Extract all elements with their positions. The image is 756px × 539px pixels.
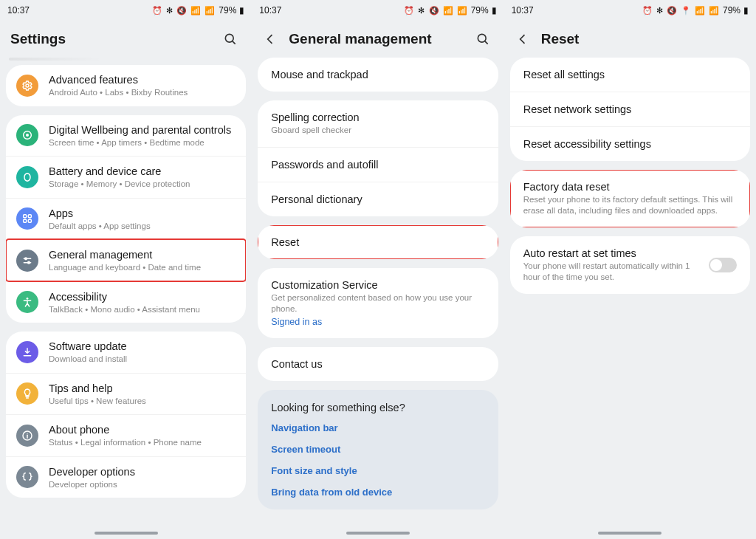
settings-row-apps[interactable]: AppsDefault apps • App settings [6,198,246,240]
status-bar: 10:37 ⏰ ✻ 🔇 📍 📶 📶 79% ▮ [504,0,756,21]
gm-row-mouse-and-trackpad[interactable]: Mouse and trackpad [258,58,498,92]
status-time: 10:37 [512,5,534,16]
status-time: 10:37 [7,5,30,16]
row-title: Reset all settings [523,69,737,80]
status-right: ⏰ ✻ 🔇 📶 📶 79% ▮ [404,5,496,16]
chevron-left-icon [515,32,530,47]
row-title: Accessibility [49,290,236,303]
braces-icon [16,466,38,488]
row-subtitle: Gboard spell checker [271,125,484,136]
row-title: General management [49,248,236,261]
row-title: Digital Wellbeing and parental controls [49,123,236,137]
svg-line-1 [233,41,236,44]
status-bar: 10:37 ⏰ ✻ 🔇 📶 📶 79% ▮ [252,0,504,21]
svg-point-4 [26,134,29,137]
search-icon [223,32,238,47]
status-right: ⏰ ✻ 🔇 📶 📶 79% ▮ [152,5,244,16]
toggle-switch[interactable] [709,258,737,272]
back-button[interactable] [262,31,278,47]
row-subtitle: Storage • Memory • Device protection [49,179,236,189]
row-title: About phone [49,423,236,436]
looking-for-link[interactable]: Bring data from old device [271,487,484,498]
sliders-icon [16,250,38,272]
back-button[interactable] [515,31,531,47]
page-title: Settings [10,31,212,47]
search-button[interactable] [222,31,238,47]
settings-panel: 10:37 ⏰ ✻ 🔇 📶 📶 79% ▮ Settings Advanced … [0,0,252,539]
gm-group: Contact us [258,347,498,381]
row-subtitle: Reset your phone to its factory default … [523,194,737,216]
gm-row-customization-service[interactable]: Customization ServiceGet personalized co… [258,268,498,338]
header: Settings [0,21,252,58]
battery-icon: ▮ [743,5,749,16]
nav-handle[interactable] [94,532,158,535]
status-battery: 79% [219,5,236,16]
search-button[interactable] [475,31,491,47]
reset-row-reset-all-settings[interactable]: Reset all settings [510,58,750,92]
nav-handle[interactable] [346,532,410,535]
gm-row-spelling-correction[interactable]: Spelling correctionGboard spell checker [258,100,498,147]
looking-for-link[interactable]: Screen timeout [271,444,484,455]
row-title: Personal dictionary [271,193,484,205]
row-subtitle: Developer options [49,479,236,490]
settings-row-battery-and-device-care[interactable]: Battery and device careStorage • Memory … [6,156,246,198]
chevron-left-icon [263,32,278,47]
settings-row-about-phone[interactable]: About phoneStatus • Legal information • … [6,414,246,456]
svg-point-12 [28,261,30,264]
gm-row-passwords-and-autofill[interactable]: Passwords and autofill [258,147,498,182]
reset-row-auto-restart-at-set-times[interactable]: Auto restart at set timesYour phone will… [510,236,750,294]
settings-row-developer-options[interactable]: Developer optionsDeveloper options [6,456,246,498]
battery-icon: ▮ [239,5,244,16]
row-link[interactable]: Signed in as [271,317,484,327]
battery-icon [16,166,38,188]
row-title: Reset network settings [523,103,737,115]
header: Reset [504,21,756,58]
status-time: 10:37 [259,5,281,16]
row-title: Reset accessibility settings [523,138,737,150]
wellbeing-icon [16,124,38,146]
looking-for-link[interactable]: Font size and style [271,465,484,476]
info-icon [16,425,38,447]
settings-row-tips-and-help[interactable]: Tips and helpUseful tips • New features [6,373,246,415]
reset-row-reset-network-settings[interactable]: Reset network settings [510,92,750,126]
settings-row-advanced-features[interactable]: Advanced featuresAndroid Auto • Labs • B… [6,65,246,106]
settings-group: Digital Wellbeing and parental controlsS… [6,115,246,323]
settings-group: Software updateDownload and installTips … [6,332,246,498]
row-subtitle: Android Auto • Labs • Bixby Routines [49,87,236,97]
row-subtitle: Screen time • App timers • Bedtime mode [49,137,236,148]
row-title: Battery and device care [49,165,236,178]
looking-for-title: Looking for something else? [271,402,484,413]
looking-for-link[interactable]: Navigation bar [271,422,484,433]
row-subtitle: TalkBack • Mono audio • Assistant menu [49,304,236,315]
row-title: Customization Service [271,279,484,291]
row-title: Contact us [271,358,484,370]
nav-handle[interactable] [598,532,662,535]
gm-row-personal-dictionary[interactable]: Personal dictionary [258,182,498,216]
status-battery: 79% [471,5,489,16]
row-subtitle: Language and keyboard • Date and time [49,262,236,272]
settings-row-general-management[interactable]: General managementLanguage and keyboard … [6,239,246,281]
header: General management [252,21,504,58]
gear-icon [16,75,38,97]
row-subtitle: Get personalized content based on how yo… [271,292,484,315]
row-subtitle: Useful tips • New features [49,396,236,406]
reset-row-reset-accessibility-settings[interactable]: Reset accessibility settings [510,126,750,161]
gm-row-contact-us[interactable]: Contact us [258,347,498,381]
settings-row-digital-wellbeing-and-parental-controls[interactable]: Digital Wellbeing and parental controlsS… [6,115,246,157]
status-icons: ⏰ ✻ 🔇 📍 📶 📶 [642,6,720,16]
svg-rect-8 [28,220,31,223]
row-subtitle: Your phone will restart automatically wi… [523,261,700,283]
page-title: General management [289,31,464,47]
row-title: Advanced features [49,73,236,86]
gm-row-reset[interactable]: Reset [258,225,498,259]
settings-row-software-update[interactable]: Software updateDownload and install [6,332,246,373]
svg-point-2 [26,84,29,87]
status-icons: ⏰ ✻ 🔇 📶 📶 [152,6,216,16]
reset-row-factory-data-reset[interactable]: Factory data resetReset your phone to it… [510,170,750,227]
lightbulb-icon [16,382,38,405]
settings-row-accessibility[interactable]: AccessibilityTalkBack • Mono audio • Ass… [6,281,246,323]
general-management-panel: 10:37 ⏰ ✻ 🔇 📶 📶 79% ▮ General management… [252,0,504,539]
row-title: Auto restart at set times [523,247,700,259]
reset-group: Reset all settingsReset network settings… [510,58,750,161]
reset-list: Reset all settingsReset network settings… [504,58,756,303]
